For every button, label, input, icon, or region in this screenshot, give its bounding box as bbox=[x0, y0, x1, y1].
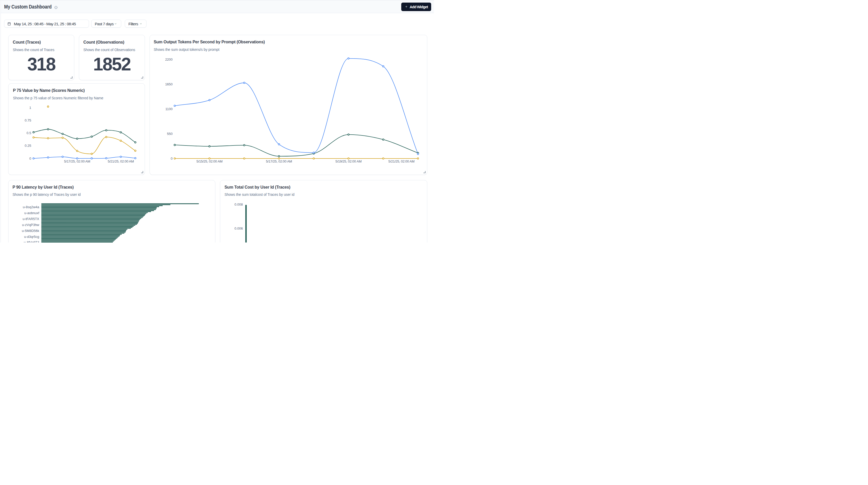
svg-text:5/17/25, 02:00 AM: 5/17/25, 02:00 AM bbox=[266, 159, 292, 163]
svg-text:u-aobnuxf: u-aobnuxf bbox=[24, 211, 39, 215]
svg-text:u-zVqP3hw: u-zVqP3hw bbox=[22, 223, 39, 226]
svg-text:2200: 2200 bbox=[165, 58, 173, 61]
svg-text:5/17/25, 02:00 AM: 5/17/25, 02:00 AM bbox=[64, 159, 90, 163]
svg-text:0.75: 0.75 bbox=[25, 118, 31, 122]
svg-text:550: 550 bbox=[167, 132, 173, 136]
svg-text:u-8fVa9T3: u-8fVa9T3 bbox=[24, 240, 39, 243]
svg-text:u-d3qr5cg: u-d3qr5cg bbox=[24, 235, 39, 238]
svg-text:5/21/25, 02:00 AM: 5/21/25, 02:00 AM bbox=[389, 159, 414, 163]
svg-text:1650: 1650 bbox=[165, 82, 173, 86]
svg-text:5/19/25, 02:00 AM: 5/19/25, 02:00 AM bbox=[335, 159, 361, 163]
svg-text:0: 0 bbox=[29, 157, 31, 160]
svg-text:0.5: 0.5 bbox=[27, 131, 31, 135]
svg-text:0.25: 0.25 bbox=[25, 144, 31, 148]
svg-text:5/21/25, 02:00 AM: 5/21/25, 02:00 AM bbox=[108, 159, 134, 163]
svg-text:u-8sq2w4a: u-8sq2w4a bbox=[23, 205, 39, 209]
svg-text:1: 1 bbox=[29, 106, 31, 110]
svg-text:0: 0 bbox=[171, 157, 173, 160]
svg-text:0.008: 0.008 bbox=[235, 203, 243, 206]
svg-text:5/15/25, 02:00 AM: 5/15/25, 02:00 AM bbox=[196, 159, 222, 163]
svg-text:u-tFAR5TX: u-tFAR5TX bbox=[23, 217, 39, 220]
svg-text:0.006: 0.006 bbox=[235, 226, 243, 230]
svg-text:u-5M8D56k: u-5M8D56k bbox=[22, 229, 39, 233]
svg-text:1100: 1100 bbox=[165, 107, 173, 111]
